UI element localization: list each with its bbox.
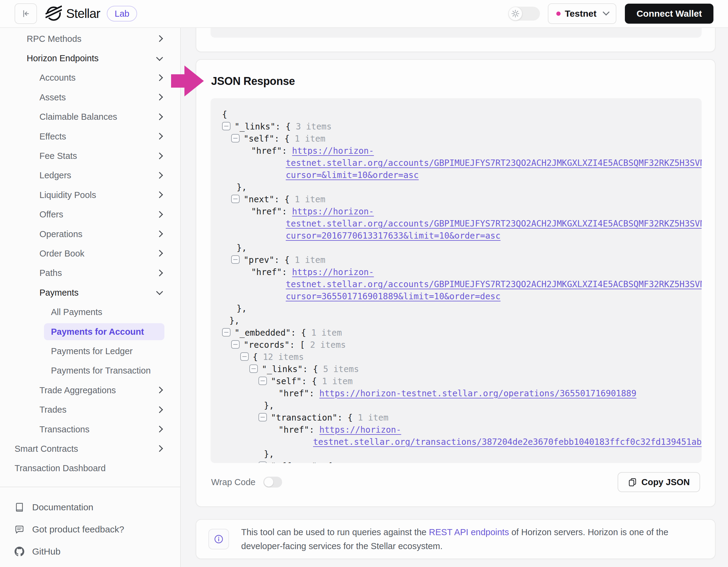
sidebar-item-offers[interactable]: Offers: [0, 205, 180, 225]
collapse-minus-icon[interactable]: [222, 328, 231, 336]
json-link[interactable]: testnet.stellar.org/accounts/GBPIMUEJFYS…: [286, 279, 702, 289]
json-token: },: [264, 400, 274, 410]
sidebar-nav: RPC MethodsHorizon EndpointsAccountsAsse…: [0, 27, 180, 478]
sidebar-item-claimable-balances[interactable]: Claimable Balances: [0, 107, 180, 127]
sidebar-item-effects[interactable]: Effects: [0, 127, 180, 146]
json-link[interactable]: testnet.stellar.org/accounts/GBPIMUEJFYS…: [286, 158, 702, 168]
json-token: "records": [: [244, 340, 310, 350]
sidebar-item-trades[interactable]: Trades: [0, 400, 180, 419]
json-link[interactable]: testnet.stellar.org/transactions/387204d…: [313, 437, 702, 447]
sidebar-item-horizon-endpoints[interactable]: Horizon Endpoints: [0, 49, 180, 68]
json-link[interactable]: testnet.stellar.org/accounts/GBPIMUEJFYS…: [286, 219, 702, 229]
collapse-minus-icon[interactable]: [231, 134, 240, 143]
sidebar-item-label: Paths: [0, 268, 62, 278]
connect-wallet-button[interactable]: Connect Wallet: [625, 4, 713, 24]
brand-name: Stellar: [66, 6, 100, 21]
sidebar-item-ledgers[interactable]: Ledgers: [0, 166, 180, 185]
chevron-right-icon: [156, 113, 163, 120]
sidebar-item-github[interactable]: GitHub: [0, 541, 180, 563]
sidebar-item-fee-stats[interactable]: Fee Stats: [0, 146, 180, 166]
chevron-right-icon: [156, 74, 163, 81]
sidebar-item-transaction-dashboard[interactable]: Transaction Dashboard: [0, 459, 180, 478]
collapse-minus-icon[interactable]: [231, 340, 240, 349]
json-item-count: 12 items: [263, 352, 304, 362]
sidebar-item-smart-contracts[interactable]: Smart Contracts: [0, 439, 180, 458]
collapse-minus-icon[interactable]: [222, 122, 231, 130]
sidebar-item-paths[interactable]: Paths: [0, 264, 180, 283]
sidebar-item-assets[interactable]: Assets: [0, 88, 180, 107]
json-link[interactable]: cursor=365501716901889&limit=10&order=de…: [286, 291, 501, 301]
json-link[interactable]: https://horizon-: [292, 207, 374, 217]
sidebar-item-payments-for-ledger[interactable]: Payments for Ledger: [0, 341, 180, 361]
rest-api-endpoints-link[interactable]: REST API endpoints: [429, 527, 509, 537]
stellar-logo[interactable]: Stellar Lab: [45, 5, 137, 22]
json-token: "href":: [251, 146, 292, 156]
json-code-line: { 12 items: [222, 351, 702, 363]
collapse-minus-icon[interactable]: [258, 461, 267, 463]
json-code-line: "transaction": { 1 item: [222, 412, 702, 424]
sidebar-item-trade-aggregations[interactable]: Trade Aggregations: [0, 380, 180, 400]
json-code-line: "prev": { 1 item: [222, 254, 702, 266]
json-code-line: "_links": { 5 items: [222, 363, 702, 375]
json-item-count: 3 items: [296, 122, 332, 132]
sidebar-item-label: Offers: [0, 210, 63, 220]
sidebar-item-accounts[interactable]: Accounts: [0, 68, 180, 88]
json-code-line: },: [222, 181, 702, 194]
json-item-count: 5 items: [323, 364, 359, 374]
json-item-count: 1 item: [322, 376, 353, 386]
json-link[interactable]: cursor=2016770613317633&limit=10&order=a…: [286, 231, 501, 241]
copy-json-button[interactable]: Copy JSON: [618, 472, 700, 492]
sidebar-item-documentation[interactable]: Documentation: [0, 496, 180, 518]
sidebar-item-label: Payments for Ledger: [0, 346, 133, 356]
sidebar-item-feedback[interactable]: Got product feedback?: [0, 518, 180, 541]
chevron-right-icon: [156, 406, 163, 413]
json-code-line: "effects": {: [222, 460, 702, 463]
json-link[interactable]: https://horizon-: [319, 425, 401, 435]
json-code-line: },: [222, 448, 702, 460]
sidebar-item-liquidity-pools[interactable]: Liquidity Pools: [0, 185, 180, 205]
chevron-right-icon: [156, 250, 163, 257]
json-link[interactable]: https://horizon-: [292, 267, 374, 277]
theme-toggle[interactable]: [508, 7, 540, 21]
sidebar-item-payments-for-account[interactable]: Payments for Account: [0, 322, 180, 341]
json-code-line: testnet.stellar.org/accounts/GBPIMUEJFYS…: [222, 279, 702, 290]
collapse-minus-icon[interactable]: [258, 413, 267, 421]
sidebar-item-rpc-methods[interactable]: RPC Methods: [0, 29, 180, 49]
sidebar-item-order-book[interactable]: Order Book: [0, 244, 180, 263]
json-item-count: 1 item: [311, 328, 342, 338]
json-code-line: },: [222, 242, 702, 254]
sidebar-item-payments[interactable]: Payments: [0, 283, 180, 302]
json-item-count: 2 items: [310, 340, 346, 350]
chevron-right-icon: [156, 231, 163, 238]
sidebar-item-label: Claimable Balances: [0, 112, 117, 122]
wrap-code-toggle[interactable]: [263, 477, 282, 488]
sidebar-item-label: Operations: [0, 229, 83, 239]
annotation-arrow-icon: [171, 65, 204, 97]
info-card: This tool can be used to run queries aga…: [196, 519, 716, 559]
network-status-dot: [556, 12, 561, 16]
collapse-minus-icon[interactable]: [240, 352, 249, 361]
sidebar-item-transactions[interactable]: Transactions: [0, 420, 180, 439]
documentation-icon: [15, 502, 25, 512]
network-select[interactable]: Testnet: [548, 3, 616, 24]
json-code: {"_links": { 3 items"self": { 1 item"hre…: [211, 98, 702, 463]
theme-toggle-knob: [509, 7, 522, 20]
sidebar-item-label: RPC Methods: [0, 34, 82, 44]
collapse-minus-icon[interactable]: [231, 255, 240, 264]
sidebar-item-all-payments[interactable]: All Payments: [0, 302, 180, 322]
sidebar-collapse-button[interactable]: [15, 3, 37, 24]
sidebar-item-label: Payments for Account: [0, 327, 144, 337]
json-link[interactable]: https://horizon-: [292, 146, 374, 156]
json-token: "prev": {: [244, 255, 295, 265]
collapse-minus-icon[interactable]: [258, 376, 267, 385]
json-code-line: },: [222, 400, 702, 412]
json-code-line: "self": { 1 item: [222, 375, 702, 387]
json-response-title: JSON Response: [211, 75, 295, 88]
collapse-minus-icon[interactable]: [249, 364, 258, 373]
json-token: "href":: [278, 388, 319, 398]
sidebar-item-payments-for-transaction[interactable]: Payments for Transaction: [0, 361, 180, 380]
json-link[interactable]: cursor=&limit=10&order=asc: [286, 170, 419, 180]
sidebar-item-operations[interactable]: Operations: [0, 225, 180, 244]
json-link[interactable]: https://horizon-testnet.stellar.org/oper…: [319, 388, 636, 398]
collapse-minus-icon[interactable]: [231, 195, 240, 203]
